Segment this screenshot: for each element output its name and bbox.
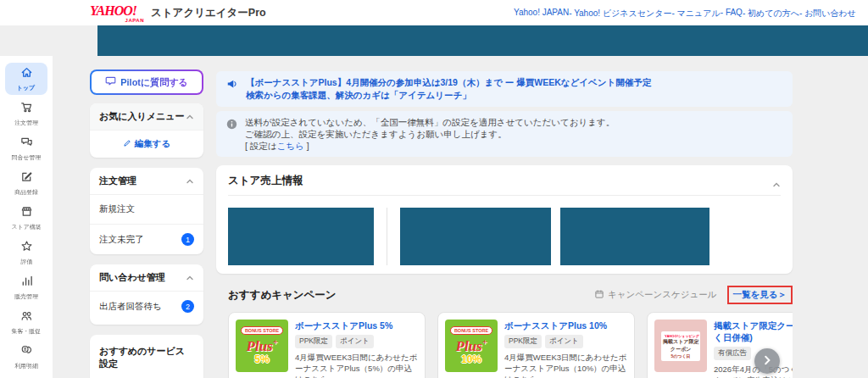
icon-sidebar: トップ 注文管理 問合せ管理 商品登録 ストア構築 評価 販売管理 集客・販促 — [0, 56, 53, 378]
view-all-link[interactable]: 一覧を見る＞ — [733, 289, 787, 301]
home-icon — [20, 66, 33, 82]
sidebar-item-orders[interactable]: 注文管理 — [5, 97, 47, 130]
sidebar-item-label: トップ — [17, 84, 35, 92]
percent-label: 5% — [254, 354, 269, 365]
coupon-thumb-line3: 5のつく日 — [663, 353, 698, 359]
top-header: YAHOO! JAPAN ストアクリエイターPro Yahoo! JAPAN Y… — [0, 0, 868, 25]
view-all-label: 一覧を見る — [733, 289, 778, 299]
yahoo-shopping-logo: YAHOO!ショッピング — [665, 334, 697, 338]
sidebar-item-inquiries[interactable]: 問合せ管理 — [5, 132, 47, 164]
plus-word: Plus — [456, 338, 482, 354]
chevron-up-icon[interactable] — [186, 113, 194, 121]
nav-link-faq[interactable]: FAQ — [721, 8, 743, 19]
menu-item-new-orders[interactable]: 新規注文 — [90, 194, 203, 224]
sidebar-item-products[interactable]: 商品登録 — [5, 167, 47, 199]
calendar-icon — [594, 289, 604, 301]
ask-pilot-button[interactable]: Pilotに質問する — [90, 69, 203, 95]
nav-link-manual[interactable]: マニュアル — [672, 8, 721, 19]
chevron-right-icon — [762, 353, 772, 369]
carousel-next-button[interactable] — [754, 348, 780, 374]
ask-pilot-label: Pilotに質問する — [120, 76, 188, 89]
yahoo-japan-logo[interactable]: YAHOO! JAPAN ストアクリエイターPro — [90, 3, 266, 22]
sidebar-item-marketing[interactable]: 集客・販促 — [5, 306, 47, 338]
store-sales-header: ストア売上情報 — [228, 174, 781, 196]
chevron-up-icon[interactable] — [186, 274, 194, 282]
recommended-services-title: おすすめのサービス設定 — [99, 345, 194, 370]
count-badge: 2 — [181, 300, 194, 313]
announcement-link-1[interactable]: 【ボーナスストアPlus】4月開催分の参加申込は3/19（木）まで ー 爆買WE… — [246, 76, 651, 89]
tag-ppk-limited: PPK限定 — [504, 335, 542, 348]
store-creator-pro-dashboard: YAHOO! JAPAN ストアクリエイターPro Yahoo! JAPAN Y… — [0, 0, 868, 378]
info-icon — [226, 118, 237, 152]
campaign-title-link[interactable]: 掲載ストア限定クーポン広く日併催) — [714, 320, 793, 343]
japan-logo-text: JAPAN — [125, 18, 144, 23]
sales-chart-redacted — [560, 208, 709, 265]
chat-icon — [20, 136, 33, 152]
sidebar-item-label: 販売管理 — [14, 292, 38, 300]
notice-link-suffix: ] — [304, 141, 309, 151]
campaign-card-bonus-5[interactable]: BONUS STORE Plus+ 5% ボーナスストアPlus 5% PPK限… — [228, 312, 426, 378]
menu-item-incomplete-orders[interactable]: 注文未完了 1 — [90, 224, 203, 254]
sidebar-item-top[interactable]: トップ — [5, 63, 47, 95]
order-management-card: 注文管理 新規注文 注文未完了 1 — [90, 168, 203, 254]
bonus-store-badge: BONUS STORE — [241, 326, 283, 335]
count-badge: 1 — [181, 233, 194, 246]
nav-link-business-center[interactable]: Yahoo! ビジネスセンター — [569, 8, 671, 19]
announcement-link-2[interactable]: 検索からの集客課題、解決のカギは「アイテムリーチ」 — [246, 89, 651, 102]
store-sales-card: ストア売上情報 — [216, 165, 793, 274]
sidebar-item-label: 集客・販促 — [12, 327, 42, 335]
sidebar-item-label: 利用明細 — [14, 362, 38, 370]
promo-banner-redacted — [97, 25, 868, 56]
settings-here-link[interactable]: こちら — [277, 141, 304, 151]
tag-point: ポイント — [545, 335, 583, 348]
sidebar-item-billing[interactable]: 利用明細 — [5, 341, 47, 373]
campaign-title-link[interactable]: ボーナスストアPlus 5% — [295, 320, 418, 331]
favorites-menu-card: お気に入りメニュー 編集する — [90, 103, 203, 158]
campaign-schedule-link[interactable]: キャンペーンスケジュール — [594, 289, 716, 301]
campaign-description: 4月爆買WEEK3日間にあわせたボーナスストアPlus（10%）の申込はこちら — [504, 352, 627, 378]
tag-point: ポイント — [336, 335, 374, 348]
app-title: ストアクリエイターPro — [151, 6, 266, 20]
plus-sign: + — [482, 337, 487, 347]
notice-line-1: 送料が設定されていないため、「全国一律無料」の設定を適用させていただいております… — [245, 116, 615, 128]
tag-paid-ad: 有償広告 — [714, 347, 751, 360]
sidebar-item-sales-mgmt[interactable]: 販売管理 — [5, 271, 47, 303]
main-content: 【ボーナスストアPlus】4月開催分の参加申込は3/19（木）まで ー 爆買WE… — [216, 71, 793, 378]
campaign-cards-row: BONUS STORE Plus+ 5% ボーナスストアPlus 5% PPK限… — [216, 312, 793, 378]
order-management-header: 注文管理 — [90, 168, 203, 194]
recommended-services-header: おすすめのサービス設定 — [90, 335, 203, 377]
chevron-up-icon[interactable] — [772, 177, 781, 186]
left-menu-column: Pilotに質問する お気に入りメニュー 編集する 注文管理 新規注文 注文未完… — [90, 69, 203, 378]
sidebar-item-label: 評価 — [20, 258, 32, 265]
header-nav: Yahoo! JAPAN Yahoo! ビジネスセンター マニュアル FAQ 初… — [514, 8, 856, 19]
sidebar-item-ratings[interactable]: 評価 — [5, 236, 47, 269]
sales-chart-redacted — [228, 208, 374, 265]
tag-ppk-limited: PPK限定 — [295, 335, 332, 348]
nav-link-yahoo-japan[interactable]: Yahoo! JAPAN — [514, 8, 569, 19]
notice-link-prefix: [ 設定は — [245, 141, 277, 151]
inquiry-management-header: 問い合わせ管理 — [90, 264, 203, 291]
people-icon — [20, 309, 33, 325]
edit-favorites-label: 編集する — [135, 138, 171, 150]
chevron-up-icon[interactable] — [186, 177, 194, 186]
sidebar-item-store-builder[interactable]: ストア構築 — [5, 202, 47, 234]
percent-label: 10% — [461, 354, 481, 365]
plus-sign: + — [273, 337, 278, 347]
campaigns-title: おすすめキャンペーン — [228, 288, 337, 303]
store-sales-title: ストア売上情報 — [228, 174, 303, 188]
favorites-menu-title: お気に入りメニュー — [99, 110, 185, 123]
megaphone-icon — [226, 78, 238, 102]
nav-link-contact[interactable]: お問い合わせ — [799, 8, 856, 19]
campaign-title-link[interactable]: ボーナスストアPlus 10% — [504, 320, 627, 331]
yahoo-logo-text: YAHOO! — [90, 3, 136, 19]
sales-chart-redacted — [400, 208, 551, 265]
campaign-description: 2026年4月の「5のつく日」併催 クーポン広告申込はこちら — [714, 364, 793, 378]
menu-item-label: 出店者回答待ち — [99, 301, 162, 313]
menu-item-awaiting-reply[interactable]: 出店者回答待ち 2 — [90, 291, 203, 325]
coupon-thumb-line2: クーポン — [663, 346, 698, 353]
nav-link-beginners[interactable]: 初めての方へ — [743, 8, 799, 19]
campaign-card-bonus-10[interactable]: BONUS STORE Plus+ 10% ボーナスストアPlus 10% PP… — [437, 312, 635, 378]
pencil-icon — [123, 139, 131, 149]
edit-favorites-link[interactable]: 編集する — [90, 130, 203, 158]
campaign-title-line2: く日併催) — [714, 332, 753, 342]
